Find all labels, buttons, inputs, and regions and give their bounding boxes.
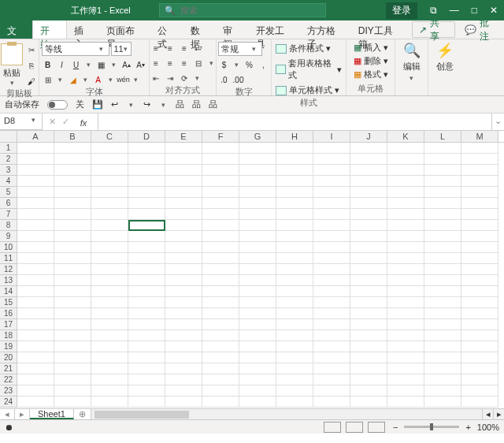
paste-button[interactable]: 粘贴 ▾ [1, 42, 23, 87]
cell[interactable] [54, 165, 91, 176]
cell[interactable] [202, 308, 239, 319]
cell[interactable] [313, 297, 350, 308]
row-header[interactable]: 13 [0, 275, 17, 286]
cell[interactable] [165, 319, 202, 330]
cell[interactable] [128, 242, 165, 253]
cell[interactable] [17, 308, 54, 319]
cell[interactable] [128, 396, 165, 408]
increase-font-icon[interactable]: A▴ [120, 58, 133, 71]
cell[interactable] [276, 275, 313, 286]
cell[interactable] [165, 264, 202, 275]
column-header[interactable]: G [239, 131, 276, 142]
cell[interactable] [313, 143, 350, 154]
cell[interactable] [350, 352, 387, 363]
cell[interactable] [239, 165, 276, 176]
row-header[interactable]: 1 [0, 143, 17, 154]
align-middle-icon[interactable]: ≡ [164, 42, 176, 54]
cell[interactable] [17, 187, 54, 198]
cell[interactable] [387, 396, 424, 408]
fill-color-button[interactable]: ◢ [67, 73, 80, 86]
cell[interactable] [461, 308, 498, 319]
cell[interactable] [202, 187, 239, 198]
currency-icon[interactable]: $ [218, 58, 231, 71]
cell[interactable] [17, 231, 54, 242]
cell[interactable] [313, 341, 350, 352]
cell[interactable] [461, 165, 498, 176]
cell[interactable] [165, 242, 202, 253]
cell[interactable] [276, 154, 313, 165]
row-header[interactable]: 22 [0, 374, 17, 385]
cell[interactable] [276, 242, 313, 253]
row-header[interactable]: 10 [0, 242, 17, 253]
cell[interactable] [387, 220, 424, 231]
cell[interactable] [350, 363, 387, 374]
cell[interactable] [54, 330, 91, 341]
cell[interactable] [91, 341, 128, 352]
row-header[interactable]: 23 [0, 385, 17, 396]
cell[interactable] [202, 330, 239, 341]
hscroll-thumb[interactable] [94, 411, 189, 419]
cell[interactable] [54, 198, 91, 209]
column-header[interactable]: I [313, 131, 350, 142]
cell[interactable] [461, 286, 498, 297]
align-top-icon[interactable]: ≡ [150, 42, 162, 54]
cell[interactable] [91, 154, 128, 165]
cell[interactable] [350, 297, 387, 308]
save-icon[interactable]: 💾 [92, 99, 103, 110]
cell[interactable] [165, 143, 202, 154]
cell[interactable] [313, 165, 350, 176]
tab-formulas[interactable]: 公式 [150, 20, 183, 39]
cell[interactable] [461, 209, 498, 220]
cell[interactable] [461, 363, 498, 374]
cell[interactable] [17, 396, 54, 408]
cell[interactable] [461, 220, 498, 231]
row-header[interactable]: 8 [0, 220, 17, 231]
cell[interactable] [424, 154, 461, 165]
cell[interactable] [128, 341, 165, 352]
copy-icon[interactable]: ⎘ [25, 59, 38, 72]
sheet-nav-next[interactable]: ▸ [15, 409, 30, 419]
cell[interactable] [313, 264, 350, 275]
page-break-button[interactable] [368, 422, 385, 433]
cell[interactable] [313, 154, 350, 165]
zoom-in-button[interactable]: + [465, 423, 470, 432]
cell[interactable] [424, 253, 461, 264]
cell[interactable] [128, 352, 165, 363]
cell[interactable] [91, 330, 128, 341]
cell[interactable] [54, 363, 91, 374]
sheet-nav-prev[interactable]: ◂ [0, 409, 15, 419]
column-header[interactable]: K [387, 131, 424, 142]
cell[interactable] [54, 209, 91, 220]
cell[interactable] [17, 286, 54, 297]
cell[interactable] [461, 176, 498, 187]
cell[interactable] [91, 253, 128, 264]
delete-cells-button[interactable]: ▦删除 ▾ [354, 55, 388, 67]
row-header[interactable]: 24 [0, 396, 17, 408]
cell[interactable] [54, 220, 91, 231]
cell[interactable] [350, 264, 387, 275]
cell[interactable] [239, 154, 276, 165]
row-header[interactable]: 21 [0, 363, 17, 374]
cell[interactable] [313, 176, 350, 187]
cell[interactable] [239, 187, 276, 198]
cell[interactable] [239, 330, 276, 341]
tab-review[interactable]: 审阅 [216, 20, 248, 39]
cell[interactable] [424, 385, 461, 396]
cell[interactable] [350, 143, 387, 154]
cell[interactable] [424, 330, 461, 341]
cell[interactable] [202, 374, 239, 385]
row-header[interactable]: 5 [0, 187, 17, 198]
cell[interactable] [91, 319, 128, 330]
cell[interactable] [387, 286, 424, 297]
cell[interactable] [17, 154, 54, 165]
cell[interactable] [239, 374, 276, 385]
tab-insert[interactable]: 插入 [67, 20, 99, 39]
cell[interactable] [387, 264, 424, 275]
cell[interactable] [202, 253, 239, 264]
cell[interactable] [202, 352, 239, 363]
cell[interactable] [461, 352, 498, 363]
login-button[interactable]: 登录 [386, 2, 417, 19]
cell[interactable] [276, 220, 313, 231]
cell[interactable] [54, 352, 91, 363]
cell[interactable] [424, 176, 461, 187]
